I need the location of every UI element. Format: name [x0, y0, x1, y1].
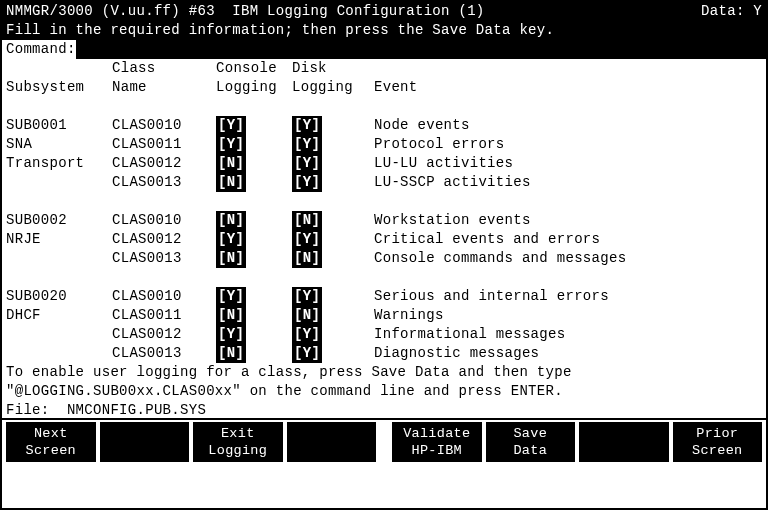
fkey-exit-logging[interactable]: ExitLogging: [193, 422, 283, 462]
table-row: CLAS0012[Y][Y]Informational messages: [2, 325, 766, 344]
console-toggle[interactable]: [Y]: [216, 135, 246, 154]
class-cell: CLAS0013: [112, 173, 216, 192]
subsystem-cell: DHCF: [6, 306, 112, 325]
disk-toggle[interactable]: [Y]: [292, 287, 322, 306]
console-toggle[interactable]: [Y]: [216, 116, 246, 135]
table-row: SUB0020CLAS0010[Y][Y]Serious and interna…: [2, 287, 766, 306]
subsystem-cell: Transport: [6, 154, 112, 173]
console-toggle[interactable]: [Y]: [216, 230, 246, 249]
class-cell: CLAS0010: [112, 211, 216, 230]
table-row: SUB0001CLAS0010[Y][Y]Node events: [2, 116, 766, 135]
class-cell: CLAS0012: [112, 325, 216, 344]
console-toggle[interactable]: [N]: [216, 306, 246, 325]
event-cell: LU-SSCP activities: [374, 173, 766, 192]
function-keys: NextScreen ExitLogging ValidateHP-IBM Sa…: [2, 420, 766, 466]
footer-note-2: "@LOGGING.SUB00xx.CLAS00xx" on the comma…: [2, 382, 766, 401]
disk-toggle[interactable]: [N]: [292, 306, 322, 325]
fkey-next-screen[interactable]: NextScreen: [6, 422, 96, 462]
subsystem-cell: [6, 344, 112, 363]
console-toggle[interactable]: [N]: [216, 344, 246, 363]
disk-toggle[interactable]: [Y]: [292, 230, 322, 249]
event-cell: Workstation events: [374, 211, 766, 230]
subsystem-cell: [6, 325, 112, 344]
event-cell: Protocol errors: [374, 135, 766, 154]
col-subsystem: Subsystem: [6, 78, 112, 97]
command-input[interactable]: [76, 40, 766, 59]
fkey-f7[interactable]: [579, 422, 669, 462]
disk-toggle[interactable]: [Y]: [292, 173, 322, 192]
table-row: CLAS0013[N][Y]Diagnostic messages: [2, 344, 766, 363]
table-row: SUB0002CLAS0010[N][N]Workstation events: [2, 211, 766, 230]
fkey-f2[interactable]: [100, 422, 190, 462]
instruction-line: Fill in the required information; then p…: [2, 21, 766, 40]
fkey-prior-screen[interactable]: PriorScreen: [673, 422, 763, 462]
command-label: Command:: [2, 40, 76, 59]
disk-toggle[interactable]: [Y]: [292, 344, 322, 363]
event-cell: LU-LU activities: [374, 154, 766, 173]
footer-note-1: To enable user logging for a class, pres…: [2, 363, 766, 382]
console-toggle[interactable]: [Y]: [216, 287, 246, 306]
col-disk: Disk: [292, 59, 374, 78]
disk-toggle[interactable]: [Y]: [292, 154, 322, 173]
subsystem-cell: SUB0002: [6, 211, 112, 230]
class-cell: CLAS0010: [112, 287, 216, 306]
console-toggle[interactable]: [N]: [216, 249, 246, 268]
class-cell: CLAS0012: [112, 230, 216, 249]
class-cell: CLAS0013: [112, 249, 216, 268]
subsystem-cell: SNA: [6, 135, 112, 154]
class-cell: CLAS0010: [112, 116, 216, 135]
subsystem-cell: SUB0020: [6, 287, 112, 306]
table-row: CLAS0013[N][Y]LU-SSCP activities: [2, 173, 766, 192]
table-row: NRJECLAS0012[Y][Y]Critical events and er…: [2, 230, 766, 249]
event-cell: Critical events and errors: [374, 230, 766, 249]
console-toggle[interactable]: [N]: [216, 154, 246, 173]
app-title: NMMGR/3000 (V.uu.ff) #63 IBM Logging Con…: [6, 2, 485, 21]
disk-toggle[interactable]: [N]: [292, 249, 322, 268]
file-line: File: NMCONFIG.PUB.SYS: [2, 401, 766, 420]
console-toggle[interactable]: [N]: [216, 173, 246, 192]
class-cell: CLAS0011: [112, 306, 216, 325]
event-cell: Console commands and messages: [374, 249, 766, 268]
fkey-save-data[interactable]: SaveData: [486, 422, 576, 462]
event-cell: Serious and internal errors: [374, 287, 766, 306]
col-console: Console: [216, 59, 292, 78]
title-bar: NMMGR/3000 (V.uu.ff) #63 IBM Logging Con…: [2, 2, 766, 21]
class-cell: CLAS0011: [112, 135, 216, 154]
table-row: CLAS0013[N][N]Console commands and messa…: [2, 249, 766, 268]
class-cell: CLAS0012: [112, 154, 216, 173]
command-line: Command:: [2, 40, 766, 59]
col-class: Class: [112, 59, 216, 78]
console-toggle[interactable]: [Y]: [216, 325, 246, 344]
subsystem-cell: [6, 173, 112, 192]
event-cell: Diagnostic messages: [374, 344, 766, 363]
console-toggle[interactable]: [N]: [216, 211, 246, 230]
table-row: TransportCLAS0012[N][Y]LU-LU activities: [2, 154, 766, 173]
disk-toggle[interactable]: [Y]: [292, 325, 322, 344]
class-cell: CLAS0013: [112, 344, 216, 363]
column-headers: Class Console Disk Subsystem Name Loggin…: [2, 59, 766, 97]
disk-toggle[interactable]: [Y]: [292, 116, 322, 135]
subsystem-cell: [6, 249, 112, 268]
fkey-validate[interactable]: ValidateHP-IBM: [392, 422, 482, 462]
table-row: SNACLAS0011[Y][Y]Protocol errors: [2, 135, 766, 154]
fkey-f4[interactable]: [287, 422, 377, 462]
event-cell: Node events: [374, 116, 766, 135]
subsystem-cell: NRJE: [6, 230, 112, 249]
data-flag: Data: Y: [701, 2, 762, 21]
subsystem-cell: SUB0001: [6, 116, 112, 135]
col-event: Event: [374, 78, 766, 97]
event-cell: Informational messages: [374, 325, 766, 344]
table-row: DHCFCLAS0011[N][N]Warnings: [2, 306, 766, 325]
event-cell: Warnings: [374, 306, 766, 325]
disk-toggle[interactable]: [Y]: [292, 135, 322, 154]
disk-toggle[interactable]: [N]: [292, 211, 322, 230]
